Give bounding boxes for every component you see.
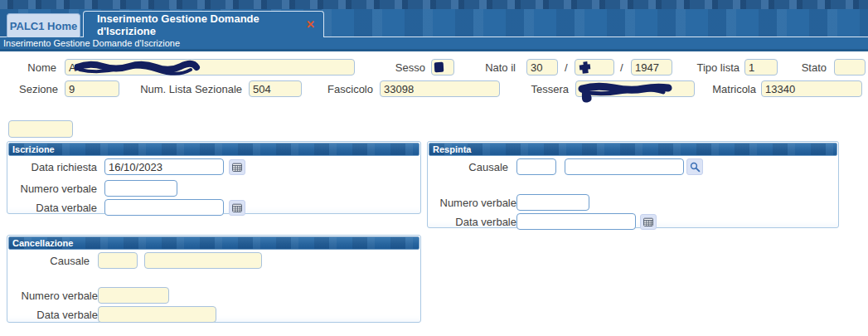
panel-respinta: Respinta Causale Numero verbale Data ver… <box>427 141 839 228</box>
sezione-field[interactable] <box>65 80 119 97</box>
data-verbale-field[interactable] <box>104 199 224 216</box>
causale-code-field[interactable] <box>98 252 138 269</box>
panel-iscrizione: Iscrizione Data richiesta Numero verbale… <box>7 141 421 214</box>
tab-palc1-home[interactable]: PALC1 Home <box>7 13 80 37</box>
nome-label: Nome <box>17 59 56 75</box>
sesso-label: Sesso <box>384 59 425 75</box>
tab-inserimento-gestione[interactable]: Inserimento Gestione Domande d'Iscrizion… <box>83 11 324 37</box>
fascicolo-field[interactable] <box>380 80 500 97</box>
panel-iscrizione-header: Iscrizione <box>8 143 419 156</box>
numero-verbale-field[interactable] <box>104 180 177 197</box>
unlabeled-field[interactable] <box>8 120 73 138</box>
search-button[interactable] <box>686 158 703 175</box>
panel-cancellazione: Cancellazione Causale Numero verbale Dat… <box>7 235 421 323</box>
data-richiesta-field[interactable] <box>104 158 224 175</box>
nato-il-label: Nato il <box>474 59 516 75</box>
numero-verbale-field[interactable] <box>516 194 589 211</box>
tessera-label: Tessera <box>522 80 569 97</box>
causale-label: Causale <box>457 158 508 175</box>
date-separator: / <box>620 59 623 75</box>
calendar-icon <box>643 217 653 226</box>
causale-desc-field[interactable] <box>565 158 684 175</box>
causale-label: Causale <box>38 252 90 269</box>
panel-title: Iscrizione <box>12 144 55 154</box>
data-verbale-label: Data verbale <box>24 199 97 216</box>
nato-giorno-field[interactable] <box>526 59 558 75</box>
calendar-button[interactable] <box>640 214 657 230</box>
search-icon <box>690 162 701 173</box>
fascicolo-label: Fascicolo <box>322 80 373 97</box>
num-lista-sezionale-label: Num. Lista Sezionale <box>134 80 242 97</box>
calendar-icon <box>232 203 242 212</box>
data-verbale-label: Data verbale <box>25 306 98 323</box>
numero-verbale-label: Numero verbale <box>10 287 98 304</box>
tipo-lista-label: Tipo lista <box>688 59 739 75</box>
calendar-icon <box>232 163 242 172</box>
data-verbale-field[interactable] <box>516 213 636 230</box>
app-window: PALC1 Home Inserimento Gestione Domande … <box>0 0 868 336</box>
date-separator: / <box>565 59 568 75</box>
data-richiesta-label: Data richiesta <box>16 158 97 175</box>
calendar-button[interactable] <box>229 159 245 175</box>
tessera-field[interactable] <box>575 80 695 97</box>
sezione-label: Sezione <box>12 80 58 97</box>
tab-label: Inserimento Gestione Domande d'Iscrizion… <box>97 12 299 37</box>
numero-verbale-field[interactable] <box>98 287 169 304</box>
causale-code-field[interactable] <box>516 158 556 175</box>
data-verbale-field[interactable] <box>98 306 216 323</box>
nato-mese-field[interactable] <box>575 59 614 75</box>
calendar-button[interactable] <box>229 200 245 216</box>
panel-title: Cancellazione <box>12 238 73 248</box>
panel-respinta-header: Respinta <box>429 143 837 156</box>
stato-label: Stato <box>785 59 827 75</box>
close-icon[interactable]: ✕ <box>306 19 315 30</box>
stato-field[interactable] <box>834 59 866 75</box>
panel-cancellazione-header: Cancellazione <box>8 236 419 250</box>
tab-bar: PALC1 Home Inserimento Gestione Domande … <box>0 9 868 37</box>
causale-desc-field[interactable] <box>144 252 262 269</box>
panel-title: Respinta <box>433 144 471 154</box>
matricola-field[interactable] <box>761 80 862 97</box>
tab-label: PALC1 Home <box>10 20 77 32</box>
sesso-field[interactable] <box>431 59 454 75</box>
data-verbale-label: Data verbale <box>444 213 516 230</box>
num-lista-sezionale-field[interactable] <box>249 80 302 97</box>
breadcrumb: Inserimento Gestione Domande d'Iscrizion… <box>0 37 868 51</box>
nato-anno-field[interactable] <box>631 59 672 75</box>
nome-field[interactable] <box>65 59 355 75</box>
matricola-label: Matricola <box>708 80 756 97</box>
breadcrumb-text: Inserimento Gestione Domande d'Iscrizion… <box>3 38 180 48</box>
tipo-lista-field[interactable] <box>744 59 778 75</box>
numero-verbale-label: Numero verbale <box>429 194 516 211</box>
numero-verbale-label: Numero verbale <box>9 180 97 197</box>
window-top-strip <box>0 0 868 9</box>
